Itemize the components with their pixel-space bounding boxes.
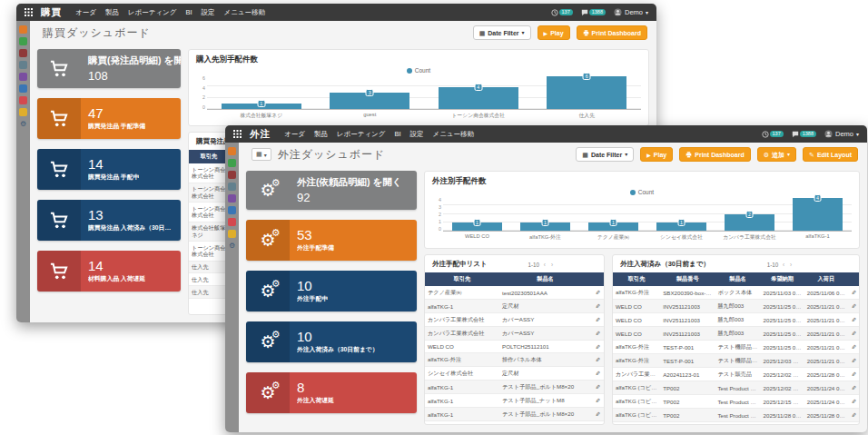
kpi-card[interactable]: 購買(発注品明細) を開く 108 (37, 49, 181, 88)
edit-icon[interactable] (591, 341, 604, 353)
app-icon[interactable] (228, 194, 236, 203)
add-button[interactable]: 追加▾ (757, 147, 796, 162)
bar[interactable]: 1 (520, 222, 571, 231)
nav-menu-item[interactable]: レポーティング (128, 8, 177, 17)
app-icon[interactable] (228, 147, 236, 155)
table-row[interactable]: カンバラ工業株式会社カバーASSY (425, 313, 604, 327)
user-menu[interactable]: Demo ▾ (824, 130, 859, 138)
app-icon[interactable] (19, 96, 27, 104)
table-row[interactable]: alfaTKG-外注操作パネル本体 (425, 353, 604, 367)
nav-menu-item[interactable]: BI (394, 130, 400, 139)
notifications-button[interactable]: 137 (551, 9, 573, 16)
user-menu[interactable]: Demo ▾ (614, 8, 648, 16)
prev-page-icon[interactable] (780, 262, 787, 268)
kpi-card[interactable]: 14 材料購入品 入荷遅延 (37, 251, 181, 292)
dashboard-switcher-button[interactable]: ▾ (252, 148, 271, 161)
bar[interactable]: 3 (330, 93, 409, 109)
table-row[interactable]: WELD COINV251121003勝九郎0032025/11/25 09:0… (613, 300, 859, 313)
table-row[interactable]: WELD COINV251121003勝九郎0032025/11/25 09:0… (613, 327, 859, 341)
print-dashboard-button[interactable]: Print Dashboard (577, 25, 647, 40)
app-icon[interactable] (19, 84, 27, 93)
nav-menu-item[interactable]: 製品 (105, 8, 119, 17)
edit-icon[interactable] (591, 367, 604, 381)
edit-icon[interactable] (591, 300, 604, 313)
table-row[interactable]: alfaTKG-外注SBX200390-box-Mainボックス本体2025/1… (613, 286, 859, 300)
table-row[interactable]: alfaTKG-1テスト子部品_ナットM8 (425, 394, 604, 408)
table-row[interactable]: alfaTKG (コピー)TP002Test Product 0022025/1… (613, 409, 859, 422)
edit-icon[interactable] (848, 313, 859, 327)
bar[interactable]: 1 (222, 104, 301, 109)
app-icon[interactable] (19, 49, 27, 57)
print-dashboard-button[interactable]: Print Dashboard (679, 147, 750, 162)
app-icon[interactable] (19, 108, 27, 116)
settings-gear-icon[interactable] (20, 121, 26, 128)
apps-grid-icon[interactable] (233, 130, 242, 138)
nav-menu-item[interactable]: オーダ (284, 130, 305, 139)
settings-gear-icon[interactable] (229, 242, 235, 250)
kpi-card[interactable]: 13 購買発注品 入荷済み（30日前ま… (37, 200, 181, 241)
next-page-icon[interactable] (787, 262, 794, 268)
app-icon[interactable] (228, 159, 236, 167)
table-row[interactable]: alfaTKG (コピー)TP002Test Product 0022025/1… (613, 395, 859, 409)
edit-icon[interactable] (591, 327, 604, 341)
chart-legend[interactable]: Count (432, 189, 852, 195)
table-row[interactable]: WELD COPOLTCH25112101 (425, 341, 604, 353)
kpi-card[interactable]: 14 購買発注品 手配中 (37, 149, 181, 190)
edit-icon[interactable] (591, 381, 604, 394)
table-row[interactable]: alfaTKG-1定尺材 (425, 300, 604, 313)
bar[interactable]: 4 (439, 87, 518, 109)
messages-button[interactable]: 1388 (792, 131, 816, 138)
kpi-card[interactable]: 10 外注入荷済み（30日前まで） (246, 321, 417, 362)
bar[interactable]: 1 (452, 222, 503, 231)
table-row[interactable]: テクノ産業㈱test20230501AAA (425, 286, 604, 300)
play-button[interactable]: Play (640, 147, 673, 162)
bar[interactable]: 6 (547, 76, 626, 109)
messages-button[interactable]: 1388 (581, 9, 606, 16)
bar[interactable]: 1 (588, 222, 639, 231)
edit-icon[interactable] (591, 408, 604, 421)
edit-layout-button[interactable]: Edit Layout (803, 147, 858, 162)
app-icon[interactable] (19, 37, 27, 45)
notifications-button[interactable]: 137 (762, 131, 784, 138)
prev-page-icon[interactable] (541, 262, 548, 268)
nav-menu-item[interactable]: レポーティング (337, 130, 386, 139)
next-page-icon[interactable] (548, 262, 556, 268)
table-row[interactable]: alfaTKG-外注TEST-P-001テスト機部品_A2025/11/25 0… (613, 341, 859, 354)
edit-icon[interactable] (848, 409, 859, 422)
table-row[interactable]: alfaTKG-外注TEST-P-001テスト機部品_A2025/12/03 0… (613, 354, 859, 368)
nav-menu-item[interactable]: メニュー移動 (224, 8, 266, 17)
edit-icon[interactable] (848, 395, 859, 409)
nav-menu-item[interactable]: 設定 (410, 130, 424, 139)
table-row[interactable]: alfaTKG-1テスト子部品_ボルトM8×20 (425, 408, 604, 421)
kpi-card[interactable]: 47 購買発注品 手配準備 (37, 98, 181, 139)
nav-menu-item[interactable]: 設定 (202, 8, 215, 17)
edit-icon[interactable] (848, 354, 859, 368)
nav-menu-item[interactable]: メニュー移動 (433, 130, 475, 139)
edit-icon[interactable] (848, 327, 859, 341)
edit-icon[interactable] (848, 300, 859, 313)
table-row[interactable]: WELD COINV251121003勝九郎0032025/11/25 09:0… (613, 313, 859, 327)
edit-icon[interactable] (848, 368, 859, 381)
app-icon[interactable] (228, 183, 236, 191)
play-button[interactable]: Play (538, 25, 570, 40)
edit-icon[interactable] (591, 353, 604, 367)
bar[interactable]: 1 (656, 222, 707, 231)
kpi-card[interactable]: 外注(依頼品明細) を開く 92 (246, 171, 417, 210)
date-filter-button[interactable]: Date Filter▾ (473, 25, 531, 40)
table-row[interactable]: alfaTKG-1テスト子部品_ボルトM8×20 (425, 381, 604, 394)
nav-menu-item[interactable]: オーダ (75, 8, 96, 17)
edit-icon[interactable] (848, 286, 859, 300)
kpi-card[interactable]: 53 外注手配準備 (246, 220, 417, 261)
kpi-card[interactable]: 8 外注入荷遅延 (246, 372, 417, 413)
bar[interactable]: 2 (725, 214, 775, 231)
app-icon[interactable] (228, 218, 236, 226)
date-filter-button[interactable]: Date Filter▾ (576, 147, 634, 162)
app-icon[interactable] (19, 25, 27, 34)
bar[interactable]: 4 (793, 198, 843, 231)
app-icon[interactable] (228, 171, 236, 179)
edit-icon[interactable] (848, 381, 859, 395)
edit-icon[interactable] (591, 286, 604, 300)
apps-grid-icon[interactable] (25, 8, 33, 16)
table-row[interactable]: シンセイ株式会社定尺材 (425, 367, 604, 381)
table-row[interactable]: alfaTKG (コピー)TP002Test Product 0022025/1… (613, 381, 859, 395)
